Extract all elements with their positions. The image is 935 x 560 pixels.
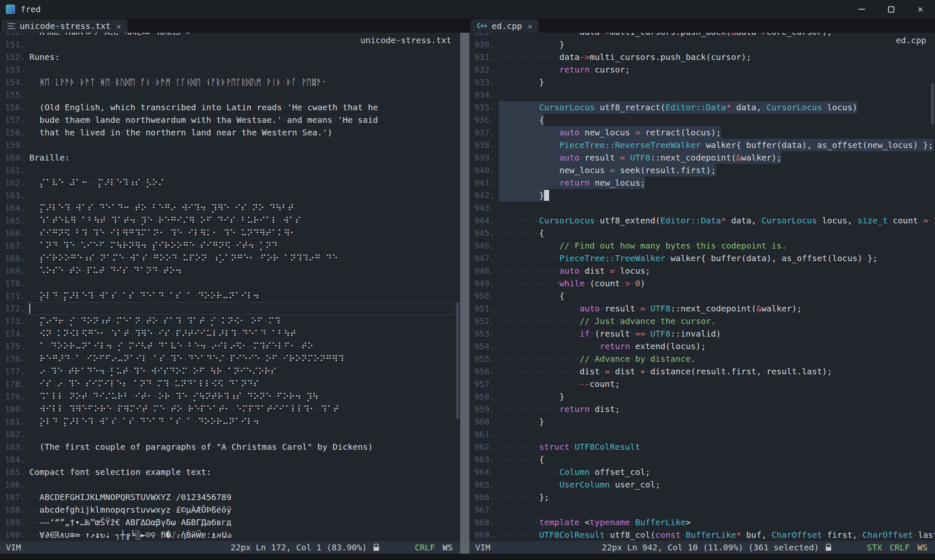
scrollbar-left[interactable] — [455, 33, 460, 541]
code-line-954[interactable]: 954.····················return·extend(lo… — [469, 340, 935, 353]
code-line-959[interactable]: 959.············return·dist; — [469, 403, 935, 415]
code-line-164[interactable]: 164.··⡍⠜⠇⠑⠹·⠺⠁⠎·⠙⠑⠁⠙⠒·⠞⠕·⠃⠑⠛⠔·⠺⠊⠹⠲·⡹⠻⠑·⠊… — [0, 202, 460, 214]
code-line-960[interactable]: 960.········} — [469, 415, 935, 428]
code-line-957[interactable]: 957.················--count; — [469, 378, 935, 390]
code-line-169[interactable]: 169.··⠡⠕⠎⠑·⠞⠕·⠏⠥⠞·⠙⠊⠎·⠙⠁⠝⠙·⠞⠕⠲ — [0, 264, 460, 277]
code-line-939[interactable]: 939.············auto·result·=·UTF8::next… — [469, 151, 935, 164]
code-line-935[interactable]: 935.········CursorLocus·utf8_retract(Edi… — [469, 101, 935, 114]
code-line-176[interactable]: 176.··⠗⠑⠛⠜⠙·⠁·⠊⠕⠋⠋⠔⠤⠝⠁⠊⠇·⠁⠎·⠹⠑·⠙⠑⠁⠙⠑⠌·⠏⠊… — [0, 353, 460, 365]
scrollbar-thumb-left[interactable] — [456, 302, 459, 419]
code-line-953[interactable]: 953.················if·(result·==·UTF8::… — [469, 327, 935, 340]
code-line-163[interactable]: 163. — [0, 189, 460, 202]
code-line-947[interactable]: 947.············PieceTree::TreeWalker·wa… — [469, 252, 935, 264]
code-line-162[interactable]: 162.··⡌⠁⠧⠑·⠼⠁⠒··⡍⠜⠇⠑⠹⠰⠎·⡣⠕⠌ — [0, 176, 460, 189]
code-line-948[interactable]: 948.············auto·dist·=·locus; — [469, 264, 935, 277]
code-line-171[interactable]: 171.··⡕⠇⠙·⡍⠜⠇⠑⠹·⠺⠁⠎·⠁⠎·⠙⠑⠁⠙·⠁⠎·⠁·⠙⠕⠕⠗⠤⠝⠁… — [0, 290, 460, 302]
code-line-946[interactable]: 946.············//·Find·out·how·many·byt… — [469, 239, 935, 252]
code-line-155[interactable]: 155. — [0, 88, 460, 101]
code-line-173[interactable]: 173.··⡍⠔⠙⠖·⡊·⠙⠕⠝⠰⠞·⠍⠑⠁⠝·⠞⠕·⠎⠁⠹·⠹⠁⠞·⡊·⠅⠝⠪… — [0, 315, 460, 327]
titlebar[interactable]: fred ✕ — [0, 0, 935, 18]
code-line-942[interactable]: 942.········} — [469, 189, 935, 202]
status-flag-stx[interactable]: STX — [867, 542, 882, 552]
code-line-168[interactable]: 168.··⡎⠊⠗⠕⠕⠛⠑⠰⠎·⠝⠁⠍⠑·⠺⠁⠎·⠛⠕⠕⠙·⠥⠏⠕⠝·⠰⡡⠁⠝⠛… — [0, 252, 460, 264]
code-line-933[interactable]: 933.········} — [469, 76, 935, 88]
code-line-174[interactable]: 174.··⠪⠝·⠅⠝⠪⠇⠫⠛⠑⠂·⠱⠁⠞·⠹⠻⠑·⠊⠎·⠏⠜⠞⠊⠊⠥⠇⠜⠇⠹·… — [0, 327, 460, 340]
code-line-180[interactable]: 180.··⠺⠊⠇⠇·⠹⠻⠑⠋⠕⠗⠑·⠏⠻⠍⠊⠞·⠍⠑·⠞⠕·⠗⠑⠏⠑⠁⠞⠂·⠑… — [0, 403, 460, 415]
code-line-964[interactable]: 964.············Column·offset_col; — [469, 466, 935, 478]
code-line-951[interactable]: 951.················auto·result·=·UTF8::… — [469, 302, 935, 315]
code-line-156[interactable]: 156.··(Old·English,·which·transcribed·in… — [0, 101, 460, 114]
minimize-button[interactable] — [847, 0, 876, 18]
code-line-177[interactable]: 177.··⠔·⠹⠑·⠞⠗⠁⠙⠑⠲·⡃⠥⠞·⠹⠑·⠺⠊⠎⠙⠕⠍·⠕⠋·⠳⠗·⠁⠝… — [0, 365, 460, 378]
code-line-154[interactable]: 154.··ᚻᛖ·ᚳᚹᚫᚦ·ᚦᚫᛏ·ᚻᛖ·ᛒᚢᛞᛖ·ᚩᚾ·ᚦᚫᛗ·ᛚᚪᚾᛞᛖ·ᚾ… — [0, 76, 460, 88]
code-line-932[interactable]: 932.············return·cursor; — [469, 63, 935, 76]
code-line-170[interactable]: 170. — [0, 277, 460, 290]
code-line-190[interactable]: 190.··∀∂∈ℝ∧∪≡∞·↑↗↨↻⇣·┐┼╔╘░►☺♀·ﬁ�⑀₂ἠḂӥẄɐː… — [0, 529, 460, 541]
status-flag-ws[interactable]: WS — [443, 542, 453, 552]
code-line-969[interactable]: 969.········UTF8ColResult·utf8_col(const… — [469, 529, 935, 541]
code-line-181[interactable]: 181.··⡕⠇⠙·⡍⠜⠇⠑⠹·⠺⠁⠎·⠁⠎·⠙⠑⠁⠙·⠁⠎·⠁·⠙⠕⠕⠗⠤⠝⠁… — [0, 415, 460, 428]
code-line-945[interactable]: 945.········{ — [469, 227, 935, 239]
pane-splitter[interactable] — [460, 18, 469, 554]
maximize-button[interactable] — [876, 0, 906, 18]
scrollbar-thumb-right[interactable] — [931, 83, 934, 124]
code-line-929[interactable]: 929.················data->multi_cursors.… — [469, 33, 935, 38]
code-line-182[interactable]: 182. — [0, 428, 460, 441]
editor-left[interactable]: 150.··እግዜር·የከፈተውን·ጉሮሮ·ሳይዘጋው·አይድርም።151.15… — [0, 33, 460, 541]
code-line-186[interactable]: 186. — [0, 478, 460, 491]
code-line-184[interactable]: 184. — [0, 453, 460, 466]
code-line-152[interactable]: 152.Runes: — [0, 51, 460, 63]
lock-icon[interactable] — [825, 544, 832, 552]
code-line-950[interactable]: 950.············{ — [469, 290, 935, 302]
scrollbar-right[interactable] — [930, 33, 935, 541]
code-line-955[interactable]: 955.················//·Advance·by·distan… — [469, 353, 935, 365]
code-line-958[interactable]: 958.············} — [469, 390, 935, 403]
tab-unicode-stress-txt[interactable]: unicode-stress.txt ✕ — [1, 19, 128, 33]
editor-right[interactable]: 929.················data->multi_cursors.… — [469, 33, 935, 541]
code-line-930[interactable]: 930.············} — [469, 38, 935, 51]
code-line-160[interactable]: 160.Braille: — [0, 151, 460, 164]
code-line-936[interactable]: 936.········{ — [469, 114, 935, 126]
code-line-188[interactable]: 188.··abcdefghijklmnopqrstuvwxyz·£©µÀÆÖÞ… — [0, 503, 460, 516]
code-line-166[interactable]: 166.··⠎⠊⠛⠝⠫·⠃⠹·⠹⠑·⠊⠇⠻⠛⠹⠍⠁⠝⠂·⠹⠑·⠊⠇⠻⠅⠂·⠹⠑·… — [0, 227, 460, 239]
code-line-941[interactable]: 941.············return·new_locus; — [469, 176, 935, 189]
tab-close-icon[interactable]: ✕ — [117, 22, 121, 31]
code-line-956[interactable]: 956.················dist·=·dist·+·distan… — [469, 365, 935, 378]
code-line-157[interactable]: 157.··bude·thaem·lande·northweardum·with… — [0, 114, 460, 126]
code-line-967[interactable]: 967. — [469, 503, 935, 516]
lock-icon[interactable] — [373, 544, 380, 552]
close-button[interactable]: ✕ — [906, 0, 935, 18]
code-line-161[interactable]: 161. — [0, 164, 460, 176]
code-line-961[interactable]: 961. — [469, 428, 935, 441]
code-line-175[interactable]: 175.··⠁·⠙⠕⠕⠗⠤⠝⠁⠊⠇⠲·⡊·⠍⠊⠣⠞·⠙⠁⠧⠑·⠃⠑⠲·⠔⠊⠇⠔⠫… — [0, 340, 460, 353]
code-line-165[interactable]: 165.··⠱⠁⠞⠑⠧⠻·⠁⠃⠳⠞·⠹⠁⠞⠲·⡹⠑·⠗⠑⠛⠊⠌⠻·⠕⠋·⠙⠊⠎·… — [0, 214, 460, 227]
code-line-189[interactable]: 189.··–—‘“”„†•…‰™œŠŸž€·ΑΒΓΔΩαβγδω·АБВГДа… — [0, 516, 460, 529]
code-line-965[interactable]: 965.············UserColumn·user_col; — [469, 478, 935, 491]
code-line-931[interactable]: 931.············data->multi_cursors.push… — [469, 51, 935, 63]
code-line-943[interactable]: 943. — [469, 202, 935, 214]
code-line-952[interactable]: 952.················//·Just·advance·the·… — [469, 315, 935, 327]
code-line-944[interactable]: 944.········CursorLocus·utf8_extend(Edit… — [469, 214, 935, 227]
status-flag-crlf[interactable]: CRLF — [415, 542, 435, 552]
code-line-158[interactable]: 158.··that·he·lived·in·the·northern·land… — [0, 126, 460, 139]
code-line-185[interactable]: 185.Compact·font·selection·example·text: — [0, 466, 460, 478]
status-flag-crlf[interactable]: CRLF — [890, 542, 910, 552]
code-line-183[interactable]: 183.··(The·first·couple·of·paragraphs·of… — [0, 441, 460, 453]
code-line-167[interactable]: 167.··⠁⠝⠙·⠹⠑·⠡⠊⠑⠋·⠍⠳⠗⠝⠻⠲·⡎⠊⠗⠕⠕⠛⠑·⠎⠊⠛⠝⠫·⠊… — [0, 239, 460, 252]
code-line-937[interactable]: 937.············auto·new_locus·=·retract… — [469, 126, 935, 139]
code-line-187[interactable]: 187.··ABCDEFGHIJKLMNOPQRSTUVWXYZ·/012345… — [0, 491, 460, 503]
code-line-172[interactable]: 172. — [0, 302, 460, 315]
code-line-968[interactable]: 968.········template·<typename·BufferLik… — [469, 516, 935, 529]
tab-close-icon[interactable]: ✕ — [528, 22, 532, 31]
code-line-962[interactable]: 962.········struct·UTF8ColResult — [469, 441, 935, 453]
code-line-949[interactable]: 949.············while·(count·>·0) — [469, 277, 935, 290]
code-line-934[interactable]: 934. — [469, 88, 935, 101]
code-line-153[interactable]: 153. — [0, 63, 460, 76]
code-line-963[interactable]: 963.········{ — [469, 453, 935, 466]
status-flag-ws[interactable]: WS — [917, 542, 927, 552]
code-line-159[interactable]: 159. — [0, 139, 460, 151]
code-line-938[interactable]: 938.············PieceTree::ReverseTreeWa… — [469, 139, 935, 151]
tab-ed-cpp[interactable]: C++ ed.cpp ✕ — [471, 19, 539, 33]
code-line-178[interactable]: 178.··⠊⠎·⠔·⠹⠑·⠎⠊⠍⠊⠇⠑⠆·⠁⠝⠙·⠍⠹·⠥⠝⠙⠁⠇⠇⠪⠫·⠙⠁… — [0, 378, 460, 390]
code-line-966[interactable]: 966.········}; — [469, 491, 935, 503]
